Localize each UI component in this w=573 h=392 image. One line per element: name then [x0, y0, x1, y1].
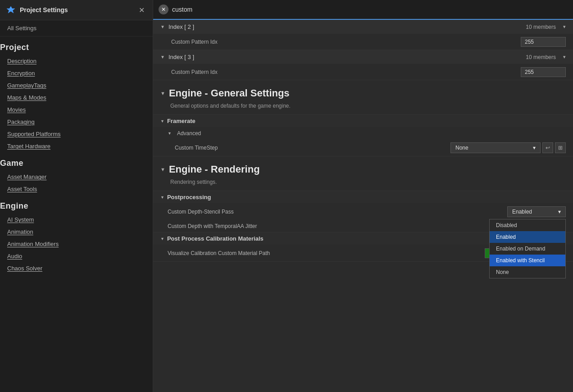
sidebar-section-label-engine: Engine	[0, 195, 153, 214]
sidebar-section-engine: Engine AI System Animation Animation Mod…	[0, 195, 153, 274]
sidebar-item-audio[interactable]: Audio	[0, 250, 153, 262]
advanced-label: Advanced	[177, 130, 566, 137]
postprocessing-label: Postprocessing	[167, 194, 211, 201]
sidebar-item-label: Encryption	[7, 70, 35, 77]
dropdown-option-none[interactable]: None	[490, 266, 565, 278]
search-clear-button[interactable]: ✕	[159, 5, 168, 14]
engine-rendering-header[interactable]: ▼ Engine - Rendering	[153, 156, 573, 177]
main-panel: ✕ ▼ Index [ 2 ] 10 members ▾ Custom Patt…	[153, 0, 573, 392]
custom-depth-stencil-row: Custom Depth-Stencil Pass Enabled ▾ Disa…	[153, 203, 573, 220]
engine-rendering-collapse-icon: ▼	[160, 167, 165, 172]
dropdown-option-enabled-on-demand[interactable]: Enabled on Demand	[490, 243, 565, 255]
sidebar-item-packaging[interactable]: Packaging	[0, 116, 153, 128]
sidebar-header: Project Settings ✕	[0, 0, 153, 20]
sidebar-item-label: Asset Manager	[7, 173, 46, 180]
custom-depth-stencil-control: Enabled ▾ Disabled Enabled Enabled on De…	[507, 206, 566, 217]
sidebar-item-asset-manager[interactable]: Asset Manager	[0, 171, 153, 183]
sidebar-item-label: AI System	[7, 216, 34, 223]
custom-timestep-reset-button[interactable]: ↩	[542, 142, 553, 153]
dropdown-option-enabled[interactable]: Enabled	[490, 231, 565, 243]
index-2-pattern-row: Custom Pattern Idx	[153, 34, 573, 50]
index-2-header[interactable]: ▼ Index [ 2 ] 10 members ▾	[153, 20, 573, 34]
framerate-subsection-header[interactable]: ▼ Framerate	[153, 114, 573, 127]
sidebar-title: Project Settings	[20, 6, 132, 14]
index-3-title: Index [ 3 ]	[168, 54, 522, 60]
engine-general-header[interactable]: ▼ Engine - General Settings	[153, 80, 573, 101]
advanced-collapse-icon: ▼	[168, 131, 172, 136]
custom-timestep-browse-button[interactable]: ⊞	[555, 142, 566, 153]
custom-depth-stencil-dropdown[interactable]: Enabled ▾	[507, 206, 566, 217]
custom-timestep-dropdown[interactable]: None ▾	[450, 142, 541, 153]
sidebar-item-supported-platforms[interactable]: Supported Platforms	[0, 128, 153, 140]
sidebar-item-label: Asset Tools	[7, 186, 37, 192]
sidebar-section-label-game: Game	[0, 152, 153, 171]
sidebar-section-game: Game Asset Manager Asset Tools	[0, 152, 153, 195]
sidebar-item-label: Movies	[7, 106, 26, 113]
sidebar-item-gameplaytags[interactable]: GameplayTags	[0, 79, 153, 91]
dropdown-option-enabled-with-stencil[interactable]: Enabled with Stencil	[490, 255, 565, 266]
sidebar-close-button[interactable]: ✕	[136, 5, 147, 15]
sidebar-item-label: Chaos Solver	[7, 265, 42, 272]
index-3-header[interactable]: ▼ Index [ 3 ] 10 members ▾	[153, 50, 573, 64]
framerate-label: Framerate	[167, 118, 196, 124]
engine-general-desc: General options and defaults for the gam…	[153, 101, 573, 114]
sidebar-item-chaos-solver[interactable]: Chaos Solver	[0, 262, 153, 274]
sidebar-item-encryption[interactable]: Encryption	[0, 67, 153, 79]
postprocessing-subsection-header[interactable]: ▼ Postprocessing	[153, 191, 573, 203]
index-2-members: 10 members	[526, 24, 556, 30]
dropdown-option-disabled[interactable]: Disabled	[490, 219, 565, 231]
custom-timestep-label: Custom TimeStep	[175, 145, 447, 151]
postprocessing-collapse-icon: ▼	[160, 195, 164, 200]
sidebar-item-animation[interactable]: Animation	[0, 226, 153, 238]
index-2-chevron-icon: ▾	[563, 24, 566, 30]
sidebar-item-label: Animation	[7, 228, 33, 235]
engine-general-title: Engine - General Settings	[169, 87, 290, 99]
sidebar: Project Settings ✕ All Settings Project …	[0, 0, 153, 392]
sidebar-item-label: GameplayTags	[7, 82, 46, 89]
search-bar: ✕	[153, 0, 573, 20]
sidebar-item-ai-system[interactable]: AI System	[0, 214, 153, 226]
search-input[interactable]	[172, 6, 568, 13]
advanced-row: ▼ Advanced	[153, 127, 573, 139]
sidebar-item-label: Animation Modifiers	[7, 241, 59, 247]
depth-stencil-dropdown-popup: Disabled Enabled Enabled on Demand Enabl…	[489, 219, 566, 278]
custom-timestep-chevron-icon: ▾	[533, 145, 536, 151]
engine-general-collapse-icon: ▼	[160, 91, 165, 96]
engine-rendering-title: Engine - Rendering	[169, 164, 260, 175]
index-3-members: 10 members	[526, 54, 556, 60]
index-3-pattern-input[interactable]	[521, 67, 566, 77]
index-2-pattern-input[interactable]	[521, 37, 566, 47]
svg-marker-0	[7, 6, 15, 13]
sidebar-item-asset-tools[interactable]: Asset Tools	[0, 183, 153, 195]
index-2-title: Index [ 2 ]	[168, 23, 522, 30]
sidebar-item-maps-modes[interactable]: Maps & Modes	[0, 91, 153, 104]
custom-timestep-row: Custom TimeStep None ▾ ↩ ⊞	[153, 139, 573, 156]
index-2-pattern-label: Custom Pattern Idx	[171, 39, 521, 45]
index-3-pattern-label: Custom Pattern Idx	[171, 69, 521, 75]
all-settings-link[interactable]: All Settings	[0, 20, 153, 36]
sidebar-item-label: Packaging	[7, 119, 35, 125]
index-3-section: ▼ Index [ 3 ] 10 members ▾ Custom Patter…	[153, 50, 573, 80]
project-settings-icon	[5, 5, 16, 15]
custom-depth-stencil-chevron-icon: ▾	[558, 209, 561, 215]
sidebar-section-project: Project Description Encryption GameplayT…	[0, 36, 153, 152]
sidebar-item-label: Description	[7, 58, 36, 64]
index-2-section: ▼ Index [ 2 ] 10 members ▾ Custom Patter…	[153, 20, 573, 50]
content-area: ▼ Index [ 2 ] 10 members ▾ Custom Patter…	[153, 20, 573, 392]
sidebar-item-label: Target Hardware	[7, 143, 50, 150]
sidebar-item-target-hardware[interactable]: Target Hardware	[0, 140, 153, 152]
sidebar-section-label-project: Project	[0, 36, 153, 55]
index-3-chevron-icon: ▾	[563, 54, 566, 60]
custom-timestep-control: None ▾ ↩ ⊞	[450, 142, 566, 153]
engine-general-section: ▼ Engine - General Settings General opti…	[153, 80, 573, 156]
index-3-pattern-row: Custom Pattern Idx	[153, 64, 573, 80]
index-2-collapse-icon: ▼	[160, 24, 165, 29]
sidebar-item-description[interactable]: Description	[0, 55, 153, 67]
sidebar-item-label: Supported Platforms	[7, 131, 61, 137]
custom-depth-stencil-label: Custom Depth-Stencil Pass	[168, 209, 504, 215]
engine-rendering-desc: Rendering settings.	[153, 177, 573, 191]
sidebar-item-movies[interactable]: Movies	[0, 104, 153, 116]
custom-depth-stencil-value: Enabled	[512, 209, 532, 215]
sidebar-item-animation-modifiers[interactable]: Animation Modifiers	[0, 238, 153, 250]
sidebar-item-label: Audio	[7, 253, 22, 260]
